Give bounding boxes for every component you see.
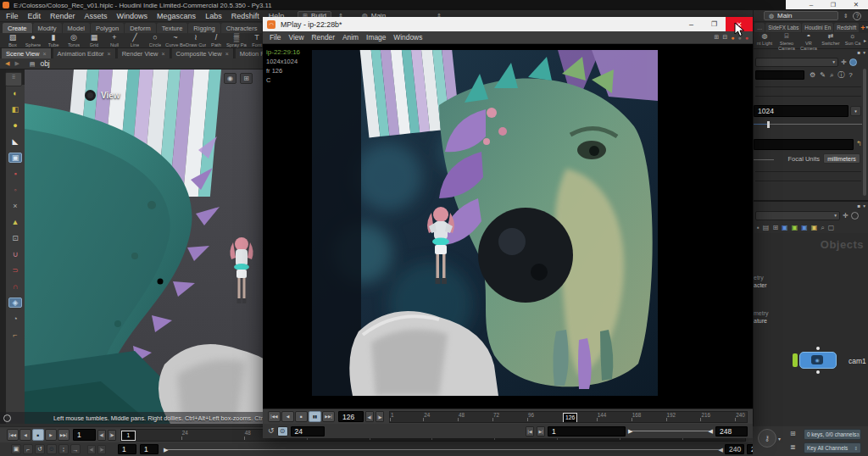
range-end-field[interactable]: 240 (725, 444, 744, 454)
menu-item[interactable]: File (270, 33, 281, 42)
pin-icon[interactable]: ✛ (843, 212, 849, 220)
loop-icon[interactable]: ↺ (35, 444, 45, 454)
shelf-tool[interactable]: / Path (206, 33, 226, 47)
mplay-frame-marker[interactable]: 126 (563, 413, 577, 423)
next-frame-button[interactable]: |▶ (376, 411, 384, 422)
path-text[interactable]: obj (40, 59, 49, 68)
goto-frame-icon[interactable]: → (70, 444, 81, 454)
updown-arrows-icon[interactable]: ⇕ (843, 12, 848, 19)
shelf-tool[interactable]: ▧ Box (3, 33, 23, 47)
radial-menu-selector[interactable]: ◍ Main (764, 11, 838, 20)
current-frame-field[interactable]: 1 (73, 429, 96, 441)
shelf-tool[interactable]: ▒ Spray Paint (226, 33, 247, 47)
param-node-dropdown[interactable]: ▾ (755, 58, 838, 67)
play-button[interactable]: ▶ (45, 429, 57, 441)
mplay-minimize-button[interactable]: – (680, 17, 703, 31)
minimize-button[interactable]: – (800, 1, 822, 8)
shelf-tool[interactable]: ○ Circle (145, 33, 165, 47)
range-start2-field[interactable]: 1 (140, 444, 159, 454)
node-gallery-icon[interactable]: ▤ (763, 224, 770, 231)
shelf-tool[interactable]: ● Sphere (23, 33, 43, 47)
sticky-note-icon[interactable]: ▣ (811, 224, 818, 231)
pane-menu-icon[interactable]: ▾ (863, 49, 865, 57)
mplay-frame-field[interactable]: 126 (338, 411, 364, 422)
help-icon[interactable]: ? (849, 71, 852, 79)
range-next-button[interactable]: |▶ (97, 445, 106, 454)
range-slider-left-handle[interactable]: ▶ (628, 427, 632, 435)
node-shape-icon[interactable]: ▪ (757, 224, 760, 231)
close-icon[interactable]: × (162, 51, 165, 57)
menu-item[interactable]: Edit (28, 12, 42, 20)
network-editor[interactable]: Objects etry acter metry ature ◉ cam1 (754, 233, 868, 426)
playhead-marker[interactable]: 1 (121, 431, 136, 441)
scrub-icon[interactable]: ⌐ (23, 444, 33, 454)
lighting-icon[interactable]: ● (8, 120, 22, 131)
range-start-field[interactable]: 1 (118, 444, 136, 454)
jump-end-button[interactable]: ▶▶| (322, 411, 335, 422)
next-key-button[interactable]: |▶ (108, 430, 116, 441)
range-prev-button[interactable]: |◀ (526, 426, 534, 437)
spinner-icon[interactable]: ▾ (850, 106, 861, 116)
scene-lights-icon[interactable]: ◐ (8, 88, 22, 98)
gear-icon[interactable]: ⚙ (810, 71, 815, 79)
close-icon[interactable]: × (42, 51, 46, 57)
jump-start-button[interactable]: |◀◀ (7, 429, 19, 441)
mplay-range-end-field[interactable]: 248 (715, 426, 748, 437)
mplay-range-slider[interactable]: ▶ ◀ (628, 427, 713, 435)
menu-item[interactable]: Labs (205, 12, 222, 20)
shelf-tool[interactable]: ⇄ Switcher (820, 31, 842, 46)
menu-item[interactable]: Windows (117, 12, 148, 20)
shelf-tool[interactable]: ▦ Grid (84, 33, 104, 47)
menu-item[interactable]: View (289, 33, 304, 42)
key-clipboard-icon[interactable]: ▣ (11, 444, 21, 454)
link-indicator-icon[interactable] (849, 58, 857, 66)
snapshot-icon[interactable]: ▪ (8, 169, 22, 179)
magnet-tool-icon[interactable]: ∩ (8, 281, 22, 292)
node-name-field[interactable] (755, 70, 804, 80)
pane-maximize-icon[interactable]: ■ (858, 49, 861, 57)
orbit-tool-icon[interactable]: ◔ (8, 314, 22, 324)
pane-tab[interactable]: Animation Editor × (53, 48, 116, 59)
mplay-canvas[interactable]: ip-22:29:16 1024x1024 fr 126 C (263, 44, 753, 409)
stop-button[interactable]: ■ (32, 429, 44, 441)
shape-palette-icon[interactable]: ▣ (792, 224, 798, 231)
keycam-icon[interactable]: ◦ (8, 185, 22, 195)
menu-item[interactable]: Windows (393, 33, 422, 42)
viewport-camera-icon[interactable]: ◉ (224, 73, 236, 84)
range-slider-right-handle[interactable]: ◀ (719, 446, 723, 453)
channel-graph-icon[interactable]: ≣ (790, 443, 796, 451)
loop-icon[interactable]: ↺ (268, 427, 275, 435)
network-path-dropdown[interactable]: ▾ (755, 211, 840, 220)
revert-icon[interactable]: ↰ (856, 140, 862, 147)
float-window-icon[interactable]: ⊟ (722, 34, 727, 41)
shading-mode-icon[interactable]: ◧ (8, 104, 22, 114)
mplay-titlebar[interactable]: ◠ MPlay - ip-22:28b* – ❐ ✕ (263, 17, 753, 31)
prev-frame-button[interactable]: ◀| (365, 411, 374, 422)
channel-list-icon[interactable]: ⊞ (790, 430, 796, 437)
pane-tab[interactable]: Render View × (118, 48, 170, 59)
pause-button[interactable]: ▮▮ (309, 411, 321, 422)
focal-units-dropdown[interactable]: millimeters (823, 153, 860, 164)
resolution-field[interactable]: 1024 (754, 105, 849, 117)
menu-item[interactable]: Assets (85, 12, 108, 20)
maximize-button[interactable]: ❐ (822, 2, 844, 8)
shelf-overflow-icon[interactable]: ▸ (864, 37, 866, 45)
pane-tab[interactable]: Scene View × (2, 48, 52, 59)
menu-item[interactable]: Megascans (157, 12, 196, 20)
jump-start-button[interactable]: |◀◀ (268, 411, 281, 422)
play-reverse-button[interactable]: ◀ (281, 411, 294, 422)
realtime-clock-icon[interactable]: ⊙ (277, 426, 288, 437)
menu-item[interactable]: File (6, 12, 19, 20)
pose-tool-icon[interactable]: ⊡ (8, 233, 22, 243)
close-button[interactable]: ✕ (844, 1, 868, 8)
slider-handle[interactable] (767, 121, 770, 128)
select-cursor-icon[interactable]: ◣ (8, 136, 22, 147)
close-icon[interactable]: × (108, 51, 111, 57)
focal-length-field[interactable] (754, 139, 854, 150)
realtime-icon[interactable]: ⊙ (47, 444, 57, 454)
mplay-range-start-field[interactable]: 1 (548, 426, 626, 437)
grab-tool-icon[interactable]: ⌐ (8, 330, 22, 340)
info-icon[interactable]: ⓘ (837, 71, 844, 79)
handles-tool-icon[interactable]: ◈ (8, 298, 22, 308)
camera-node[interactable]: ◉ (793, 352, 843, 369)
